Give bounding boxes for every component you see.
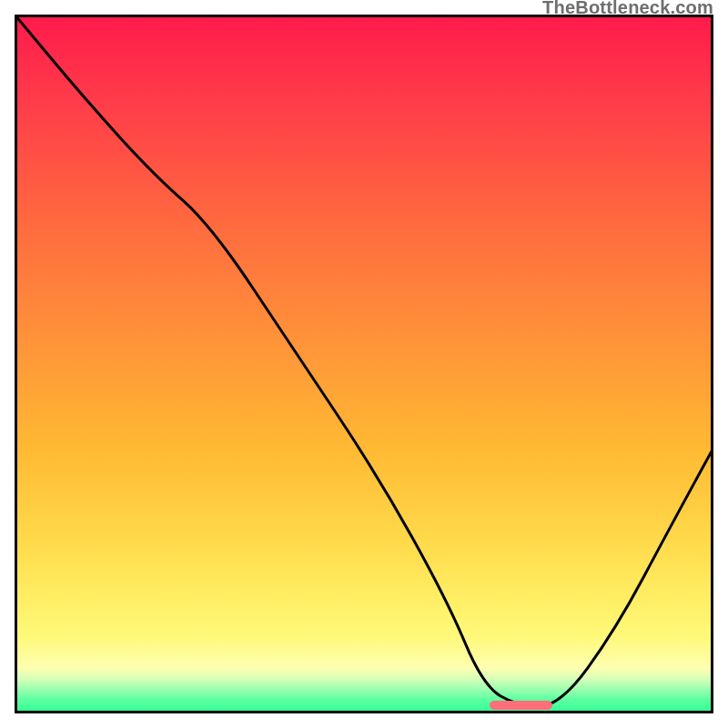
plot-area <box>15 15 713 713</box>
optimal-range-marker <box>490 701 552 710</box>
bottleneck-curve-path <box>15 15 713 706</box>
bottleneck-chart: TheBottleneck.com <box>0 0 728 728</box>
curve-layer <box>15 15 713 713</box>
